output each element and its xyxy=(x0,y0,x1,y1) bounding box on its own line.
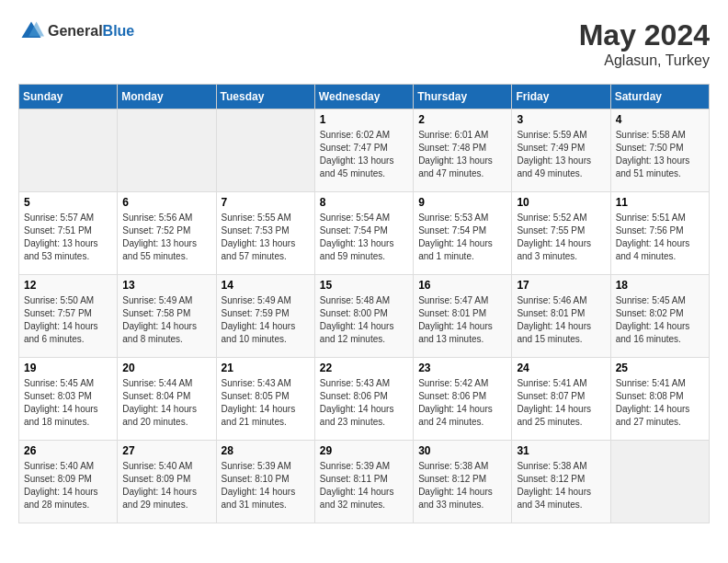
day-number: 16 xyxy=(418,279,506,292)
calendar-cell xyxy=(216,109,314,192)
calendar-cell: 8Sunrise: 5:54 AMSunset: 7:54 PMDaylight… xyxy=(314,192,413,275)
calendar-week-1: 1Sunrise: 6:02 AMSunset: 7:47 PMDaylight… xyxy=(19,109,710,192)
day-number: 19 xyxy=(24,362,112,374)
day-number: 25 xyxy=(616,362,704,374)
day-number: 20 xyxy=(122,362,210,374)
day-number: 29 xyxy=(320,444,408,457)
day-number: 18 xyxy=(616,279,704,292)
day-number: 5 xyxy=(24,196,112,209)
day-header-saturday: Saturday xyxy=(610,85,709,109)
day-info: Sunrise: 5:50 AMSunset: 7:57 PMDaylight:… xyxy=(24,294,112,346)
day-info: Sunrise: 5:45 AMSunset: 8:03 PMDaylight:… xyxy=(24,377,112,429)
calendar-cell xyxy=(19,109,118,192)
calendar-cell: 16Sunrise: 5:47 AMSunset: 8:01 PMDayligh… xyxy=(414,275,512,358)
day-info: Sunrise: 5:59 AMSunset: 7:49 PMDaylight:… xyxy=(517,129,605,180)
calendar-body: 1Sunrise: 6:02 AMSunset: 7:47 PMDaylight… xyxy=(19,109,710,523)
calendar-cell: 26Sunrise: 5:40 AMSunset: 8:09 PMDayligh… xyxy=(19,441,118,523)
day-number: 14 xyxy=(222,279,310,292)
day-number: 15 xyxy=(320,279,408,292)
day-header-friday: Friday xyxy=(512,85,610,109)
day-info: Sunrise: 6:02 AMSunset: 7:47 PMDaylight:… xyxy=(320,129,408,180)
day-info: Sunrise: 5:53 AMSunset: 7:54 PMDaylight:… xyxy=(418,212,506,263)
day-info: Sunrise: 5:44 AMSunset: 8:04 PMDaylight:… xyxy=(122,377,210,429)
day-header-wednesday: Wednesday xyxy=(314,85,413,109)
day-number: 6 xyxy=(122,196,210,209)
day-info: Sunrise: 5:55 AMSunset: 7:53 PMDaylight:… xyxy=(222,212,310,263)
day-info: Sunrise: 5:43 AMSunset: 8:06 PMDaylight:… xyxy=(320,377,408,429)
calendar-cell: 9Sunrise: 5:53 AMSunset: 7:54 PMDaylight… xyxy=(414,192,512,275)
calendar-cell: 31Sunrise: 5:38 AMSunset: 8:12 PMDayligh… xyxy=(512,441,610,523)
day-info: Sunrise: 5:41 AMSunset: 8:08 PMDaylight:… xyxy=(616,377,704,429)
calendar-cell: 25Sunrise: 5:41 AMSunset: 8:08 PMDayligh… xyxy=(610,358,709,441)
calendar-cell: 12Sunrise: 5:50 AMSunset: 7:57 PMDayligh… xyxy=(19,275,118,358)
title-block: May 2024 Aglasun, Turkey xyxy=(579,18,710,69)
calendar-cell xyxy=(118,109,216,192)
day-number: 21 xyxy=(222,362,310,374)
day-number: 13 xyxy=(122,279,210,292)
calendar-week-2: 5Sunrise: 5:57 AMSunset: 7:51 PMDaylight… xyxy=(19,192,710,275)
day-info: Sunrise: 5:47 AMSunset: 8:01 PMDaylight:… xyxy=(418,294,506,346)
day-number: 24 xyxy=(517,362,605,374)
day-number: 3 xyxy=(517,113,605,126)
calendar-cell: 19Sunrise: 5:45 AMSunset: 8:03 PMDayligh… xyxy=(19,358,118,441)
days-row: SundayMondayTuesdayWednesdayThursdayFrid… xyxy=(19,85,710,109)
calendar-cell: 18Sunrise: 5:45 AMSunset: 8:02 PMDayligh… xyxy=(610,275,709,358)
day-info: Sunrise: 5:39 AMSunset: 8:11 PMDaylight:… xyxy=(320,460,408,511)
day-number: 1 xyxy=(320,113,408,126)
day-info: Sunrise: 6:01 AMSunset: 7:48 PMDaylight:… xyxy=(418,129,506,180)
logo-text-blue: Blue xyxy=(103,23,135,40)
day-number: 27 xyxy=(122,444,210,457)
day-number: 2 xyxy=(418,113,506,126)
calendar-cell: 14Sunrise: 5:49 AMSunset: 7:59 PMDayligh… xyxy=(216,275,314,358)
calendar-cell: 3Sunrise: 5:59 AMSunset: 7:49 PMDaylight… xyxy=(512,109,610,192)
calendar-cell: 21Sunrise: 5:43 AMSunset: 8:05 PMDayligh… xyxy=(216,358,314,441)
logo-text-general: General xyxy=(48,23,103,40)
day-number: 12 xyxy=(24,279,112,292)
logo-icon xyxy=(18,18,44,44)
calendar-cell xyxy=(610,441,709,523)
calendar-week-3: 12Sunrise: 5:50 AMSunset: 7:57 PMDayligh… xyxy=(19,275,710,358)
calendar-cell: 11Sunrise: 5:51 AMSunset: 7:56 PMDayligh… xyxy=(610,192,709,275)
day-header-sunday: Sunday xyxy=(19,85,118,109)
day-info: Sunrise: 5:51 AMSunset: 7:56 PMDaylight:… xyxy=(616,212,704,263)
day-number: 17 xyxy=(517,279,605,292)
calendar-cell: 1Sunrise: 6:02 AMSunset: 7:47 PMDaylight… xyxy=(314,109,413,192)
calendar-header: SundayMondayTuesdayWednesdayThursdayFrid… xyxy=(19,85,710,109)
day-info: Sunrise: 5:41 AMSunset: 8:07 PMDaylight:… xyxy=(517,377,605,429)
day-info: Sunrise: 5:39 AMSunset: 8:10 PMDaylight:… xyxy=(222,460,310,511)
day-header-tuesday: Tuesday xyxy=(216,85,314,109)
calendar-cell: 5Sunrise: 5:57 AMSunset: 7:51 PMDaylight… xyxy=(19,192,118,275)
day-number: 10 xyxy=(517,196,605,209)
calendar-week-5: 26Sunrise: 5:40 AMSunset: 8:09 PMDayligh… xyxy=(19,441,710,523)
logo: GeneralBlue xyxy=(18,18,134,44)
day-info: Sunrise: 5:48 AMSunset: 8:00 PMDaylight:… xyxy=(320,294,408,346)
day-number: 11 xyxy=(616,196,704,209)
day-info: Sunrise: 5:57 AMSunset: 7:51 PMDaylight:… xyxy=(24,212,112,263)
calendar-subtitle: Aglasun, Turkey xyxy=(579,52,710,69)
day-header-thursday: Thursday xyxy=(414,85,512,109)
day-info: Sunrise: 5:42 AMSunset: 8:06 PMDaylight:… xyxy=(418,377,506,429)
day-number: 22 xyxy=(320,362,408,374)
day-number: 8 xyxy=(320,196,408,209)
calendar-cell: 30Sunrise: 5:38 AMSunset: 8:12 PMDayligh… xyxy=(414,441,512,523)
calendar-cell: 29Sunrise: 5:39 AMSunset: 8:11 PMDayligh… xyxy=(314,441,413,523)
calendar-cell: 22Sunrise: 5:43 AMSunset: 8:06 PMDayligh… xyxy=(314,358,413,441)
calendar-cell: 23Sunrise: 5:42 AMSunset: 8:06 PMDayligh… xyxy=(414,358,512,441)
day-info: Sunrise: 5:58 AMSunset: 7:50 PMDaylight:… xyxy=(616,129,704,180)
day-info: Sunrise: 5:46 AMSunset: 8:01 PMDaylight:… xyxy=(517,294,605,346)
day-number: 23 xyxy=(418,362,506,374)
day-number: 26 xyxy=(24,444,112,457)
day-info: Sunrise: 5:40 AMSunset: 8:09 PMDaylight:… xyxy=(24,460,112,511)
calendar-cell: 27Sunrise: 5:40 AMSunset: 8:09 PMDayligh… xyxy=(118,441,216,523)
calendar-cell: 4Sunrise: 5:58 AMSunset: 7:50 PMDaylight… xyxy=(610,109,709,192)
day-info: Sunrise: 5:49 AMSunset: 7:59 PMDaylight:… xyxy=(222,294,310,346)
calendar-cell: 17Sunrise: 5:46 AMSunset: 8:01 PMDayligh… xyxy=(512,275,610,358)
day-info: Sunrise: 5:52 AMSunset: 7:55 PMDaylight:… xyxy=(517,212,605,263)
calendar-cell: 20Sunrise: 5:44 AMSunset: 8:04 PMDayligh… xyxy=(118,358,216,441)
day-number: 30 xyxy=(418,444,506,457)
day-info: Sunrise: 5:43 AMSunset: 8:05 PMDaylight:… xyxy=(222,377,310,429)
day-info: Sunrise: 5:38 AMSunset: 8:12 PMDaylight:… xyxy=(418,460,506,511)
calendar-cell: 7Sunrise: 5:55 AMSunset: 7:53 PMDaylight… xyxy=(216,192,314,275)
day-info: Sunrise: 5:38 AMSunset: 8:12 PMDaylight:… xyxy=(517,460,605,511)
day-info: Sunrise: 5:56 AMSunset: 7:52 PMDaylight:… xyxy=(122,212,210,263)
